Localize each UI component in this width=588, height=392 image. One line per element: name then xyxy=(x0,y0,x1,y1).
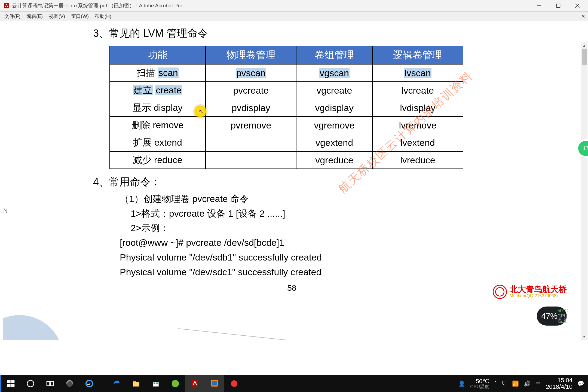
tray-date: 2018/4/10 xyxy=(546,384,572,390)
svg-rect-5 xyxy=(11,384,14,387)
taskbar-app-browser1[interactable] xyxy=(60,375,79,392)
window-minimize-button[interactable] xyxy=(530,0,549,11)
table-cell: 扫描 scan xyxy=(110,64,206,82)
svg-rect-3 xyxy=(11,380,14,383)
body-line: 2>示例： xyxy=(109,221,493,235)
brand-subtitle: Mr.chen(QQ:215379068) xyxy=(510,293,567,298)
table-cell xyxy=(206,134,296,151)
svg-rect-1 xyxy=(557,4,560,8)
taskbar-app-green[interactable] xyxy=(166,375,185,392)
table-cell: pvscan xyxy=(206,64,296,82)
table-row: 扩展 extendvgextendlvextend xyxy=(110,134,463,151)
scroll-up-arrow-icon[interactable]: ▲ xyxy=(581,42,587,49)
window-maximize-button[interactable] xyxy=(549,0,568,11)
window-title: 云计算课程笔记第一册-Linux系统管理.pdf （已加密） - Adobe A… xyxy=(12,2,182,9)
table-cell xyxy=(206,151,296,169)
taskbar-app-vm[interactable] xyxy=(205,375,224,392)
vertical-scrollbar[interactable]: ▲ ▼ xyxy=(581,42,587,340)
svg-point-10 xyxy=(86,380,93,387)
svg-rect-14 xyxy=(154,382,155,384)
table-header: 物理卷管理 xyxy=(206,46,296,64)
table-cell: 显示 display xyxy=(110,99,206,117)
document-tab-close-icon[interactable]: ✕ xyxy=(581,13,585,19)
titlebar: 云计算课程笔记第一册-Linux系统管理.pdf （已加密） - Adobe A… xyxy=(0,0,588,12)
svg-rect-19 xyxy=(212,381,217,385)
margin-mark: N xyxy=(3,207,8,214)
document-viewport[interactable]: 3、常见的 LVM 管理命令 功能物理卷管理卷组管理逻辑卷管理 扫描 scanp… xyxy=(3,21,580,340)
table-row: 建立 createpvcreatevgcreatelvcreate xyxy=(110,82,463,99)
tray-cpu-temp: 50℃ xyxy=(470,378,489,384)
table-cell: pvcreate xyxy=(206,82,296,99)
svg-rect-12 xyxy=(133,381,136,382)
menu-window[interactable]: 窗口(W) xyxy=(68,12,91,20)
start-button[interactable] xyxy=(1,375,21,392)
table-row: 显示 displaypvdisplayvgdisplaylvdisplay xyxy=(110,99,463,117)
taskbar-app-store[interactable] xyxy=(146,375,166,392)
svg-point-6 xyxy=(27,380,34,387)
table-cell: 减少 reduce xyxy=(110,151,206,169)
section-4-body: （1）创建物理卷 pvcreate 命令1>格式：pvcreate 设备 1 [… xyxy=(109,192,493,279)
decorative-arc xyxy=(3,304,118,340)
lvm-commands-table: 功能物理卷管理卷组管理逻辑卷管理 扫描 scanpvscanvgscanlvsc… xyxy=(109,46,463,169)
page-number: 58 xyxy=(287,283,296,293)
svg-rect-2 xyxy=(7,380,11,383)
tray-action-center-icon[interactable]: 💬 xyxy=(577,380,584,387)
table-cell: 扩展 extend xyxy=(110,134,206,151)
menu-edit[interactable]: 编辑(E) xyxy=(24,12,45,20)
task-view-button[interactable] xyxy=(40,375,60,392)
gauge-value: 47% xyxy=(541,311,558,321)
brand-logo-icon xyxy=(493,285,507,299)
body-line: 1>格式：pvcreate 设备 1 [设备 2 ......] xyxy=(109,206,493,221)
tray-chevron-up-icon[interactable]: ˄ xyxy=(494,380,497,387)
gauge-label: CPU温度 xyxy=(558,313,567,324)
table-cell: lvreduce xyxy=(372,151,463,169)
taskbar-app-explorer[interactable] xyxy=(126,375,146,392)
table-cell: pvremove xyxy=(206,117,296,134)
taskbar-app-red[interactable] xyxy=(224,375,244,392)
brand-name: 北大青鸟航天桥 xyxy=(510,285,567,293)
body-line: （1）创建物理卷 pvcreate 命令 xyxy=(109,192,493,206)
svg-point-20 xyxy=(231,380,237,387)
table-cell: vgcreate xyxy=(296,82,372,99)
menu-file[interactable]: 文件(F) xyxy=(2,12,23,20)
scroll-down-arrow-icon[interactable]: ▼ xyxy=(581,333,587,340)
table-cell: 建立 create xyxy=(110,82,206,99)
svg-rect-15 xyxy=(156,382,158,384)
tray-network-icon[interactable]: 📶 xyxy=(512,380,519,387)
table-cell: vgreduce xyxy=(296,151,372,169)
svg-point-16 xyxy=(172,380,179,387)
tray-people-icon[interactable]: 👤 xyxy=(458,380,465,387)
tray-security-icon[interactable]: ⛉ xyxy=(502,381,507,387)
taskbar-app-edge[interactable] xyxy=(107,375,126,392)
table-cell: vgdisplay xyxy=(296,99,372,117)
tray-volume-icon[interactable]: 🔊 xyxy=(524,380,531,387)
cursor-highlight: ↖ xyxy=(194,105,207,118)
menubar: 文件(F) 编辑(E) 视图(V) 窗口(W) 帮助(H) ✕ xyxy=(0,12,588,21)
table-cell: lvdisplay xyxy=(372,99,463,117)
table-cell: lvextend xyxy=(372,134,463,151)
table-cell: lvremove xyxy=(372,117,463,134)
cortana-button[interactable] xyxy=(21,375,40,392)
taskbar-app-acrobat[interactable] xyxy=(185,375,205,392)
menu-help[interactable]: 帮助(H) xyxy=(92,12,114,20)
svg-rect-7 xyxy=(47,381,50,386)
tray-ime-icon[interactable]: 中 xyxy=(535,380,541,387)
table-header: 逻辑卷管理 xyxy=(372,46,463,64)
table-header: 卷组管理 xyxy=(296,46,372,64)
tray-clock[interactable]: 15:04 2018/4/10 xyxy=(546,377,572,390)
svg-rect-8 xyxy=(50,381,53,386)
table-cell: vgscan xyxy=(296,64,372,82)
acrobat-window: 云计算课程笔记第一册-Linux系统管理.pdf （已加密） - Adobe A… xyxy=(0,0,588,392)
table-cell: lvscan xyxy=(372,64,463,82)
menu-view[interactable]: 视图(V) xyxy=(46,12,68,20)
scroll-thumb[interactable] xyxy=(582,49,587,65)
table-cell: vgextend xyxy=(296,134,372,151)
acrobat-app-icon xyxy=(3,2,10,9)
pdf-page: 3、常见的 LVM 管理命令 功能物理卷管理卷组管理逻辑卷管理 扫描 scanp… xyxy=(3,21,580,340)
temperature-gauge-widget[interactable]: 47% 50℃ CPU温度 xyxy=(537,307,567,326)
windows-taskbar: 👤 50℃ CPU温度 ˄ ⛉ 📶 🔊 中 15:04 2018/4/10 💬 xyxy=(0,375,588,392)
window-close-button[interactable] xyxy=(568,0,587,11)
body-line: [root@www ~]# pvcreate /dev/sd[bcde]1 xyxy=(109,235,493,250)
table-cell: vgremove xyxy=(296,117,372,134)
taskbar-app-ie[interactable] xyxy=(79,375,99,392)
